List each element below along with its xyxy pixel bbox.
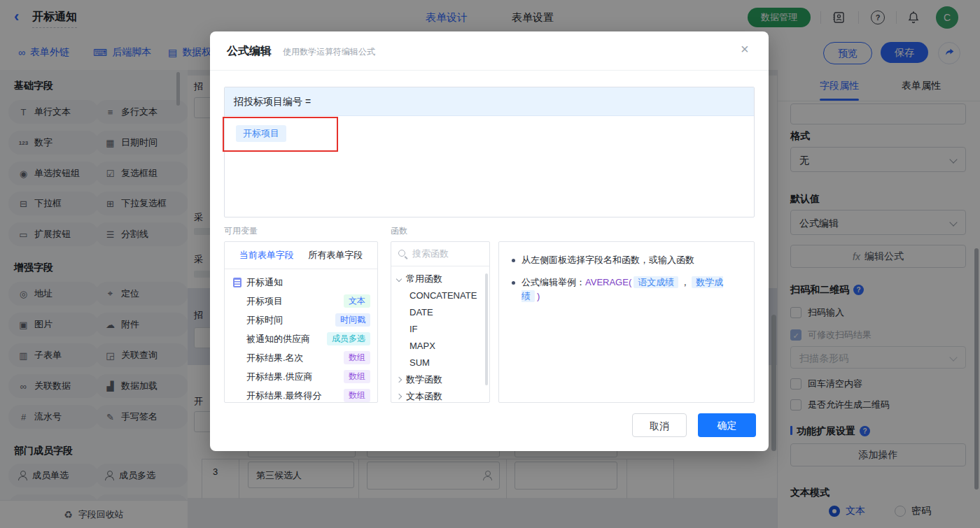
variable-name: 被通知的供应商	[246, 333, 310, 345]
bullet-icon	[512, 281, 515, 285]
group-label: 文本函数	[406, 390, 442, 403]
type-badge: 数组	[344, 370, 370, 383]
function-item[interactable]: MAPX	[391, 338, 489, 355]
variable-row[interactable]: 被通知的供应商成员多选	[225, 329, 377, 348]
functions-label: 函数	[391, 225, 407, 237]
function-list-scrollbar[interactable]	[485, 273, 488, 385]
help-example-prefix: 公式编辑举例：	[522, 277, 585, 287]
function-close-paren: )	[537, 291, 540, 301]
formula-edit-modal: 公式编辑 使用数学运算符编辑公式 × 招投标项目编号 = 开标项目 可用变量 函…	[210, 31, 769, 451]
tree-root-label: 开标通知	[246, 276, 283, 289]
type-badge: 成员多选	[327, 332, 370, 345]
variables-panel: 当前表单字段 所有表单字段 开标通知 开标项目文本 开标时间时间戳 被通知的供应…	[224, 241, 378, 403]
variable-row[interactable]: 开标项目文本	[225, 292, 377, 311]
chevron-right-icon	[396, 377, 402, 383]
type-badge: 数组	[344, 351, 370, 364]
cancel-button[interactable]: 取消	[632, 413, 687, 437]
form-icon	[233, 278, 241, 287]
field-token[interactable]: 开标项目	[236, 125, 286, 142]
functions-panel: 搜索函数 常用函数 CONCATENATE DATE IF MAPX SUM 数…	[391, 241, 490, 403]
function-search-input[interactable]: 搜索函数	[391, 242, 489, 266]
function-item[interactable]: SUM	[391, 355, 489, 371]
function-group-math[interactable]: 数学函数	[391, 371, 489, 388]
app-window: ‹ 开标通知 表单设计 表单设置 数据管理 ? C ∞ 表单外链 ⌨ 后端脚本 …	[0, 0, 980, 528]
function-item[interactable]: IF	[391, 321, 489, 338]
tab-all-form-fields[interactable]: 所有表单字段	[308, 249, 363, 262]
group-label: 数学函数	[406, 373, 442, 386]
help-text: 从左侧面板选择字段名和函数，或输入函数	[522, 253, 694, 267]
modal-subtitle: 使用数学运算符编辑公式	[283, 46, 375, 58]
function-name: AVERAGE(	[585, 277, 631, 287]
function-item[interactable]: DATE	[391, 304, 489, 321]
type-badge: 时间戳	[335, 313, 370, 327]
help-panel: 从左侧面板选择字段名和函数，或输入函数 公式编辑举例：AVERAGE(语文成绩，…	[498, 241, 755, 403]
help-line-example: 公式编辑举例：AVERAGE(语文成绩，数学成绩)	[512, 276, 741, 304]
divider	[210, 70, 769, 71]
formula-editor[interactable]: 招投标项目编号 = 开标项目	[224, 87, 755, 217]
variable-name: 开标结果.名次	[246, 352, 304, 364]
group-label: 常用函数	[406, 273, 442, 285]
formula-target: 招投标项目编号 =	[225, 87, 754, 116]
tab-current-form-fields[interactable]: 当前表单字段	[239, 249, 294, 262]
variable-name: 开标项目	[246, 295, 283, 308]
variable-name: 开标结果.最终得分	[246, 390, 322, 402]
chevron-right-icon	[396, 394, 402, 399]
variable-name: 开标时间	[246, 314, 283, 327]
variables-label: 可用变量	[224, 225, 258, 237]
variable-name: 开标结果.供应商	[246, 371, 313, 383]
close-icon[interactable]: ×	[741, 41, 749, 57]
example-token: 语文成绩	[634, 276, 678, 288]
help-line: 从左侧面板选择字段名和函数，或输入函数	[512, 253, 741, 267]
variable-row[interactable]: 开标结果.最终得分数组	[225, 386, 377, 403]
function-group-text[interactable]: 文本函数	[391, 388, 489, 403]
type-badge: 文本	[344, 294, 370, 308]
comma: ，	[680, 277, 690, 287]
variables-tabs: 当前表单字段 所有表单字段	[225, 242, 377, 269]
help-example: 公式编辑举例：AVERAGE(语文成绩，数学成绩)	[522, 276, 741, 304]
variable-row[interactable]: 开标结果.供应商数组	[225, 367, 377, 386]
search-icon	[398, 250, 407, 259]
chevron-down-icon	[396, 276, 402, 282]
function-item[interactable]: CONCATENATE	[391, 287, 489, 304]
search-placeholder: 搜索函数	[412, 248, 449, 260]
function-group-common[interactable]: 常用函数	[391, 271, 489, 287]
confirm-button[interactable]: 确定	[698, 413, 756, 437]
modal-title: 公式编辑	[227, 44, 272, 59]
type-badge: 数组	[344, 389, 370, 402]
variable-row[interactable]: 开标结果.名次数组	[225, 348, 377, 367]
tree-root[interactable]: 开标通知	[233, 273, 377, 292]
variable-row[interactable]: 开标时间时间戳	[225, 311, 377, 329]
bullet-icon	[512, 259, 515, 262]
